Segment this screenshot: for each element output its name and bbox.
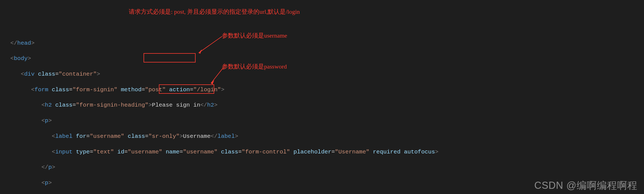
code-line: <p>	[0, 117, 644, 125]
code-line: <h2 class="form-signin-heading">Please s…	[0, 101, 644, 109]
annotation-top: 请求方式必须是: post, 并且必须显示的指定登录的url,默认是/login	[129, 8, 300, 16]
code-block: </head> <body> <div class="container"> <…	[0, 31, 644, 194]
highlight-box-username	[144, 53, 196, 62]
annotation-password: 参数默认必须是password	[222, 62, 287, 71]
code-line: </p>	[0, 164, 644, 171]
code-line: <form class="form-signin" method="post" …	[0, 86, 644, 94]
highlight-box-password	[159, 84, 214, 94]
svg-line-2	[211, 68, 223, 83]
code-line: <div class="container">	[0, 70, 644, 78]
code-line: </head>	[0, 39, 644, 47]
code-line: <body>	[0, 55, 644, 62]
annotation-username: 参数默认必须是username	[222, 32, 287, 40]
svg-line-0	[199, 36, 222, 53]
code-line: <input type="text" id="username" name="u…	[0, 148, 644, 156]
svg-marker-1	[199, 49, 202, 54]
svg-marker-3	[211, 80, 214, 84]
watermark: CSDN @编啊编程啊程	[534, 179, 637, 192]
arrow-icon	[196, 35, 223, 56]
code-line: <label for="username" class="sr-only">Us…	[0, 133, 644, 140]
